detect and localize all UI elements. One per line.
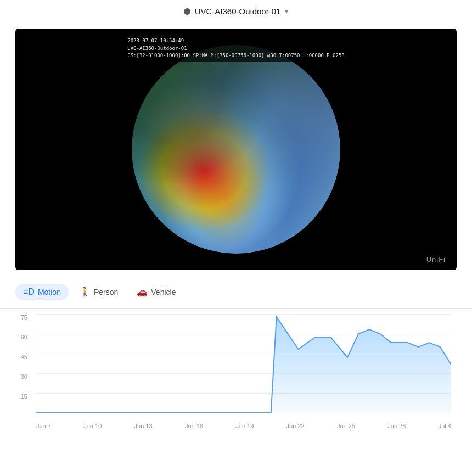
x-label-jun10: Jun 10 [83,423,102,429]
chart-area-fill [36,317,451,413]
y-label-60: 60 [21,334,27,340]
y-label-45: 45 [21,354,27,360]
y-label-30: 30 [21,373,27,380]
y-label-75: 75 [21,314,27,321]
grid-line-6 [36,413,451,413]
camera-info-overlay: 2023-07-07 10:54:49 UVC-AI360-Outdoor-01… [123,35,349,62]
motion-icon: ≡D [23,287,35,297]
x-label-jun25: Jun 25 [337,423,355,429]
video-panel: 2023-07-07 10:54:49 UVC-AI360-Outdoor-01… [15,29,457,270]
x-label-jun28: Jun 28 [387,423,406,429]
vehicle-icon: 🚗 [137,287,148,297]
tab-motion-label: Motion [38,288,61,296]
camera-info-line3: CS:[32-01000-1000]:00 SP:NA M:[750-00756… [127,52,345,60]
chart-container: 75 60 45 30 15 [15,314,457,429]
person-icon: 🚶 [80,287,91,297]
camera-info-line2: UVC-AI360-Outdoor-01 [127,45,345,53]
y-label-15: 15 [21,393,27,400]
x-label-jun13: Jun 13 [134,423,153,429]
camera-title: UVC-AI360-Outdoor-01 [195,7,281,16]
tab-person-label: Person [94,288,118,296]
x-axis: Jun 7 Jun 10 Jun 13 Jun 16 Jun 19 Jun 22… [36,423,451,429]
tabs-section: ≡D Motion 🚶 Person 🚗 Vehicle [0,276,472,309]
tab-person[interactable]: 🚶 Person [72,283,126,300]
x-label-jun19: Jun 19 [235,423,254,429]
x-label-jul4: Jul 4 [439,423,451,429]
chevron-down-icon[interactable]: ▾ [285,8,288,15]
x-label-jun7: Jun 7 [36,423,51,429]
x-label-jun16: Jun 16 [185,423,203,429]
heatmap-overlay [132,45,340,254]
chart-svg [36,314,451,413]
chart-area [36,314,451,413]
tab-motion[interactable]: ≡D Motion [15,284,69,300]
header: UVC-AI360-Outdoor-01 ▾ [0,0,472,23]
fisheye-view [132,45,340,254]
tab-vehicle[interactable]: 🚗 Vehicle [129,283,183,300]
camera-status-dot [184,8,190,15]
y-axis: 75 60 45 30 15 [15,314,32,413]
x-label-jun22: Jun 22 [286,423,305,429]
unifi-watermark: UniFi [426,255,446,264]
tab-vehicle-label: Vehicle [151,288,176,296]
chart-section: 75 60 45 30 15 [0,309,472,429]
camera-info-line1: 2023-07-07 10:54:49 [127,37,345,45]
